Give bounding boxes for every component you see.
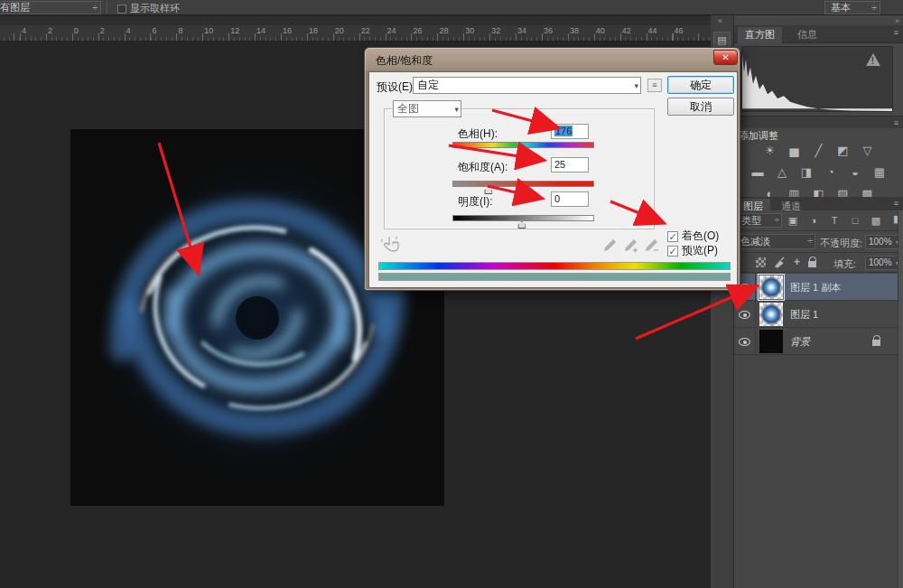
lock-paint-brush-icon[interactable] xyxy=(774,257,786,268)
eye-icon[interactable] xyxy=(739,338,750,346)
brightness-contrast-icon[interactable]: ☀ xyxy=(760,143,780,159)
ruler-number: 46 xyxy=(675,26,684,35)
layers-list: 图层 1 副本图层 1背景 xyxy=(734,274,903,355)
vibrance-icon[interactable]: ▽ xyxy=(858,143,878,159)
adjustments-panel-header: ≡ xyxy=(734,116,903,128)
channel-group-box xyxy=(384,108,655,229)
eyedropper-icon[interactable] xyxy=(602,238,617,253)
hue-slider[interactable] xyxy=(452,142,594,148)
tab-histogram[interactable]: 直方图 xyxy=(738,27,782,44)
adjustments-title: 添加调整 xyxy=(739,129,778,143)
layer-row[interactable]: 图层 1 副本 xyxy=(734,274,903,301)
fill-value[interactable]: 100% ▾ xyxy=(865,256,901,270)
saturation-input[interactable]: 25 xyxy=(551,157,589,173)
layer-thumbnail[interactable] xyxy=(759,275,783,299)
preview-checkbox[interactable]: ✓ xyxy=(667,246,678,257)
ok-button[interactable]: 确定 xyxy=(667,76,734,94)
horizontal-ruler[interactable]: 4202468101214161820222426283032343638404… xyxy=(0,25,711,42)
layers-panel-empty-area xyxy=(734,355,903,588)
ruler-number: 30 xyxy=(465,26,474,35)
hue-saturation-icon[interactable]: ▬ xyxy=(748,164,768,181)
adjustments-row-1: ☀▅╱◩▽ xyxy=(734,143,903,161)
ruler-number: 6 xyxy=(153,26,157,35)
filter-shape-layers-icon[interactable]: □ xyxy=(847,213,863,228)
cancel-button[interactable]: 取消 xyxy=(667,98,734,116)
lightness-slider[interactable] xyxy=(452,215,594,221)
show-sampling-ring-option[interactable]: 显示取样环 xyxy=(117,2,180,15)
collapse-dock-icon[interactable]: « xyxy=(718,16,722,25)
ruler-number: 20 xyxy=(335,26,344,35)
sample-layers-value: 所有图层 xyxy=(0,2,30,13)
panel-scrollbar[interactable] xyxy=(898,210,903,588)
filter-smart-objects-icon[interactable]: ▩ xyxy=(868,213,884,228)
panel-menu-icon[interactable]: ≡ xyxy=(894,28,898,37)
layer-visibility-well[interactable] xyxy=(734,301,756,328)
lock-position-icon[interactable]: + xyxy=(794,256,800,268)
photo-filter-icon[interactable]: ◔ xyxy=(821,164,841,181)
channel-value: 全图 xyxy=(397,102,419,115)
histogram-panel: ! xyxy=(734,43,903,116)
targeted-adjustment-icon[interactable] xyxy=(380,235,402,258)
levels-icon[interactable]: ▅ xyxy=(785,143,805,159)
saturation-slider[interactable] xyxy=(452,181,594,187)
ruler-number: 18 xyxy=(309,26,318,35)
lock-all-icon[interactable] xyxy=(808,261,816,267)
colorize-option[interactable]: ✓ 着色(O) xyxy=(667,229,719,244)
dropdown-arrow-icon: ÷ xyxy=(93,2,98,14)
exposure-icon[interactable]: ◩ xyxy=(833,143,853,159)
workspace-switcher[interactable]: 基本 ÷ xyxy=(824,1,880,14)
layer-thumbnail[interactable] xyxy=(759,330,783,353)
ruler-number: 4 xyxy=(22,26,26,35)
channel-dropdown[interactable]: 全图 ▾ xyxy=(393,100,461,117)
show-sampling-ring-label: 显示取样环 xyxy=(130,2,180,15)
hue-input[interactable]: 176 xyxy=(551,124,589,139)
curves-icon[interactable]: ╱ xyxy=(809,143,829,159)
panel-menu-icon[interactable]: ≡ xyxy=(894,199,898,208)
eyedropper-subtract-icon[interactable] xyxy=(644,238,658,253)
colorize-checkbox[interactable]: ✓ xyxy=(667,231,678,242)
preset-dropdown[interactable]: 自定 ▾ xyxy=(413,77,641,94)
collapse-dock-icon[interactable]: » xyxy=(895,16,899,25)
blend-mode-dropdown[interactable]: 色减淡 ÷ xyxy=(736,234,815,249)
channel-mixer-icon[interactable]: ◒ xyxy=(845,164,865,181)
layer-row[interactable]: 图层 1 xyxy=(734,301,903,328)
close-icon[interactable]: ✕ xyxy=(713,50,738,65)
color-balance-icon[interactable]: △ xyxy=(772,164,792,181)
spectrum-bar-input xyxy=(378,262,731,270)
ruler-number: 4 xyxy=(126,26,131,35)
opacity-value[interactable]: 100% ▾ xyxy=(865,235,901,249)
hue-label: 色相(H): xyxy=(458,126,498,142)
preview-option[interactable]: ✓ 预览(P) xyxy=(667,243,718,258)
ruler-number: 34 xyxy=(517,26,526,35)
filter-adjustment-layers-icon[interactable]: ◑ xyxy=(805,213,822,228)
layer-name[interactable]: 图层 1 xyxy=(790,308,818,322)
filter-pixel-layers-icon[interactable]: ▣ xyxy=(785,213,801,228)
sample-layers-dropdown[interactable]: 所有图层 ÷ xyxy=(0,1,101,14)
eyedropper-add-icon[interactable] xyxy=(623,238,638,253)
preset-options-icon[interactable]: ≡ xyxy=(647,79,662,92)
lightness-input[interactable]: 0 xyxy=(551,191,589,207)
layer-name[interactable]: 背景 xyxy=(790,335,810,349)
filter-kind-value: 类型 xyxy=(741,215,761,226)
dropdown-arrow-icon: ÷ xyxy=(775,214,780,227)
layer-row[interactable]: 背景 xyxy=(734,328,903,355)
ruler-number: 2 xyxy=(100,26,105,35)
ruler-number: 8 xyxy=(178,26,182,35)
black-white-icon[interactable]: ◨ xyxy=(796,164,816,181)
filter-kind-dropdown[interactable]: 类型 ÷ xyxy=(737,213,782,228)
lock-transparency-icon[interactable] xyxy=(756,257,766,267)
histogram-warning-mark: ! xyxy=(871,56,874,66)
filter-type-layers-icon[interactable]: T xyxy=(826,213,842,228)
layer-thumbnail[interactable] xyxy=(759,303,783,326)
tool-options-bar: 所有图层 ÷ 显示取样环 基本 ÷ xyxy=(0,0,903,15)
show-sampling-ring-checkbox[interactable] xyxy=(117,5,126,14)
color-lookup-icon[interactable]: ▦ xyxy=(870,164,889,181)
opacity-label: 不透明度: xyxy=(820,237,862,250)
layer-visibility-well[interactable] xyxy=(734,328,756,355)
eye-icon[interactable] xyxy=(739,311,750,319)
workspace-label: 基本 xyxy=(831,2,851,13)
tab-info[interactable]: 信息 xyxy=(790,27,824,44)
ruler-number: 38 xyxy=(570,26,579,35)
panel-menu-icon[interactable]: ≡ xyxy=(894,118,898,127)
layer-name[interactable]: 图层 1 副本 xyxy=(790,281,841,294)
